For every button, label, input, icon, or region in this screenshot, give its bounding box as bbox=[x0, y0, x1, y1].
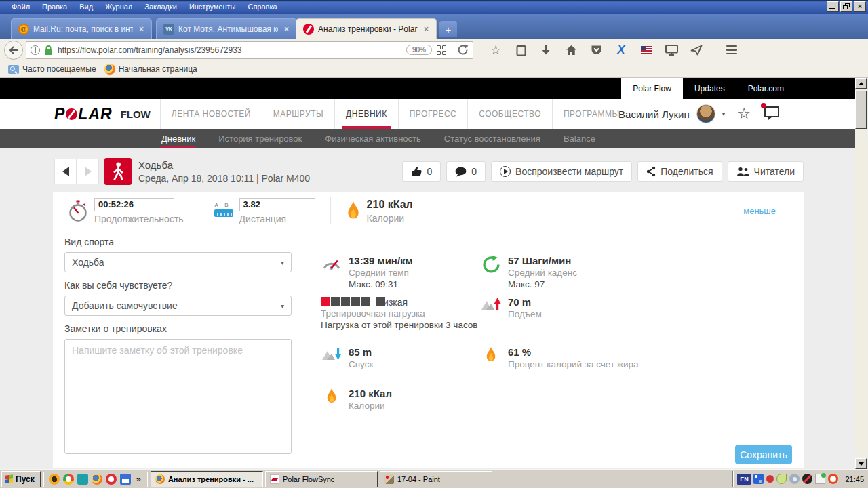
like-button[interactable]: 0 bbox=[402, 161, 441, 182]
clipboard-icon[interactable] bbox=[511, 41, 531, 60]
subnav-training-history[interactable]: История тренировок bbox=[218, 134, 302, 148]
subnav-activity[interactable]: Физическая активность bbox=[325, 134, 421, 148]
save-button[interactable]: Сохранить bbox=[735, 445, 792, 464]
next-session-button[interactable] bbox=[77, 159, 99, 184]
distance-label: Дистанция bbox=[239, 214, 315, 224]
nav-diary[interactable]: ДНЕВНИК bbox=[334, 99, 398, 129]
scroll-up-button[interactable] bbox=[855, 78, 867, 89]
bookmark-frequent[interactable]: Часто посещаемые bbox=[8, 64, 96, 74]
x-extension-icon[interactable]: X bbox=[611, 41, 631, 60]
comment-button[interactable]: 0 bbox=[446, 161, 486, 182]
system-tray: EN 21:45 bbox=[732, 471, 868, 487]
menu-history[interactable]: Журнал bbox=[99, 1, 138, 12]
nav-community[interactable]: СООБЩЕСТВО bbox=[467, 99, 552, 129]
menu-view[interactable]: Вид bbox=[73, 1, 99, 12]
tray-icon[interactable] bbox=[766, 475, 774, 483]
tab-mailru[interactable]: @ Mail.Ru: почта, поиск в инт... × bbox=[11, 18, 152, 39]
nav-progress[interactable]: ПРОГРЕСС bbox=[398, 99, 468, 129]
tray-icon[interactable] bbox=[828, 474, 838, 484]
updates-tab[interactable]: Updates bbox=[683, 78, 736, 99]
reload-icon[interactable] bbox=[457, 44, 469, 56]
close-window-button[interactable]: ✕ bbox=[854, 1, 866, 12]
opera-icon[interactable] bbox=[106, 474, 117, 485]
menu-help[interactable]: Справка bbox=[241, 1, 283, 12]
task-firefox[interactable]: Анализ тренировки - ... bbox=[151, 471, 263, 487]
tile-view-icon[interactable] bbox=[437, 45, 446, 55]
flow-label: FLOW bbox=[121, 108, 160, 120]
menu-hamburger-icon[interactable] bbox=[722, 41, 742, 60]
tray-icon[interactable] bbox=[815, 474, 825, 484]
monitor-icon[interactable] bbox=[661, 41, 682, 60]
sport-type-value: Ходьба bbox=[72, 257, 104, 268]
duration-input[interactable] bbox=[94, 198, 174, 211]
info-icon[interactable] bbox=[31, 45, 40, 55]
polar-com-tab[interactable]: Polar.com bbox=[736, 78, 795, 99]
favorites-star-icon[interactable]: ☆ bbox=[737, 105, 751, 123]
vertical-scrollbar[interactable] bbox=[855, 78, 867, 469]
menu-file[interactable]: Файл bbox=[5, 1, 36, 12]
feeling-select[interactable]: Добавить самочувствие ▾ bbox=[64, 296, 292, 316]
pocket-icon[interactable] bbox=[586, 41, 606, 60]
notifications-icon[interactable] bbox=[763, 105, 781, 123]
windows-flag-icon bbox=[5, 474, 13, 483]
tray-icon[interactable] bbox=[789, 474, 800, 484]
minimize-button[interactable] bbox=[827, 1, 839, 12]
distance-input[interactable] bbox=[239, 198, 315, 211]
menu-tools[interactable]: Инструменты bbox=[183, 1, 242, 12]
task-flowsync[interactable]: Polar FlowSync bbox=[265, 471, 378, 487]
share-button[interactable]: Поделиться bbox=[637, 161, 722, 182]
subnav-recovery-status[interactable]: Статус восстановления bbox=[444, 134, 540, 148]
downloads-icon[interactable] bbox=[536, 41, 556, 60]
app-icon[interactable] bbox=[77, 474, 88, 485]
home-icon[interactable] bbox=[561, 41, 581, 60]
tab-close-icon[interactable]: × bbox=[422, 24, 431, 34]
nav-feed[interactable]: ЛЕНТА НОВОСТЕЙ bbox=[160, 99, 262, 129]
prev-session-button[interactable] bbox=[54, 159, 77, 184]
flag-icon[interactable] bbox=[636, 41, 656, 60]
avatar[interactable] bbox=[696, 104, 715, 123]
play-route-button[interactable]: Воспроизвести маршрут bbox=[491, 161, 632, 182]
tab-vk[interactable]: VK Кот Мотя. Антимышовая ко... × bbox=[156, 18, 297, 39]
sport-type-select[interactable]: Ходьба ▾ bbox=[64, 252, 292, 272]
scrollbar-thumb[interactable] bbox=[855, 91, 867, 129]
new-tab-button[interactable]: + bbox=[439, 21, 457, 37]
tray-icon[interactable] bbox=[802, 474, 812, 484]
send-icon[interactable] bbox=[686, 41, 707, 60]
tray-icon[interactable] bbox=[776, 474, 787, 484]
start-button[interactable]: Пуск bbox=[1, 471, 41, 487]
chrome-icon[interactable] bbox=[63, 474, 74, 485]
notes-textarea[interactable] bbox=[64, 339, 292, 454]
polar-logo[interactable]: P LAR bbox=[54, 105, 113, 123]
subnav-balance[interactable]: Balance bbox=[564, 134, 595, 148]
menu-bookmarks[interactable]: Закладки bbox=[138, 1, 183, 12]
subnav-diary[interactable]: Дневник bbox=[161, 134, 195, 148]
back-button[interactable] bbox=[4, 41, 23, 60]
url-text[interactable]: https://flow.polar.com/training/analysis… bbox=[58, 45, 406, 55]
restore-button[interactable] bbox=[840, 1, 852, 12]
polar-header: P LAR FLOW ЛЕНТА НОВОСТЕЙ МАРШРУТЫ ДНЕВН… bbox=[0, 99, 855, 129]
url-bar[interactable]: https://flow.polar.com/training/analysis… bbox=[26, 41, 473, 59]
less-link[interactable]: меньше bbox=[743, 206, 776, 216]
firefox-quicklaunch-icon[interactable] bbox=[92, 474, 102, 485]
bookmark-homepage[interactable]: Начальная страница bbox=[104, 64, 197, 75]
zoom-level-badge[interactable]: 90% bbox=[406, 45, 432, 55]
polar-flow-tab[interactable]: Polar Flow bbox=[621, 78, 683, 99]
user-name[interactable]: Василий Лукин bbox=[618, 108, 690, 120]
readers-button[interactable]: Читатели bbox=[728, 161, 804, 182]
tab-polar-active[interactable]: Анализ тренировки - Polar F... × bbox=[296, 18, 437, 39]
stat-label: Средний темп bbox=[349, 268, 413, 278]
quick-launch-overflow[interactable]: » bbox=[136, 474, 141, 484]
bookmark-star-icon[interactable]: ☆ bbox=[486, 41, 506, 60]
scroll-down-button[interactable] bbox=[855, 458, 867, 469]
save-floppy-icon[interactable] bbox=[120, 474, 131, 485]
language-indicator[interactable]: EN bbox=[737, 474, 751, 485]
tray-icon[interactable] bbox=[753, 474, 764, 484]
tab-close-icon[interactable]: × bbox=[282, 24, 291, 34]
tab-close-icon[interactable]: × bbox=[137, 24, 146, 34]
task-paint[interactable]: 17-04 - Paint bbox=[380, 471, 492, 487]
menu-edit[interactable]: Правка bbox=[36, 1, 73, 12]
nav-routes[interactable]: МАРШРУТЫ bbox=[262, 99, 334, 129]
daemon-tools-icon[interactable] bbox=[49, 474, 60, 485]
tab-title: Кот Мотя. Антимышовая ко... bbox=[178, 24, 278, 34]
chevron-down-icon[interactable]: ▾ bbox=[722, 110, 726, 117]
